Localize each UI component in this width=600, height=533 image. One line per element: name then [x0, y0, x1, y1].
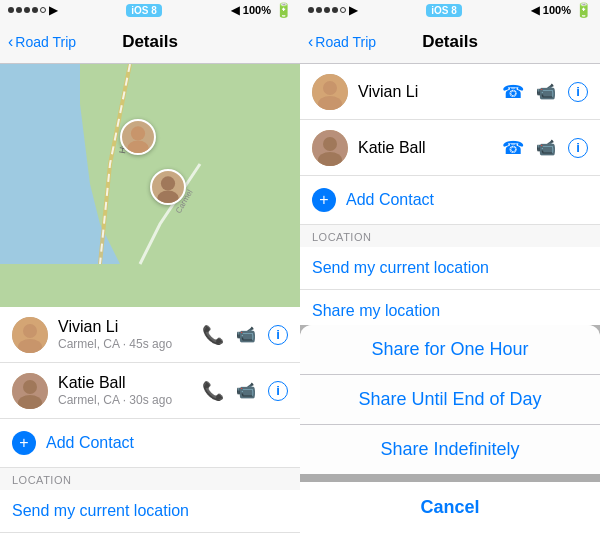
signal-dots-right	[308, 7, 346, 13]
svg-point-9	[23, 324, 37, 338]
action-sheet-item-hour[interactable]: Share for One Hour	[300, 325, 600, 375]
dot-5	[40, 7, 46, 13]
share-location-link-right[interactable]: Share my location	[312, 302, 440, 319]
rdot-1	[308, 7, 314, 13]
left-nav-bar: ‹ Road Trip Details	[0, 20, 300, 64]
send-location-link-right[interactable]: Send my current location	[312, 259, 489, 276]
avatar-katie	[12, 373, 48, 409]
right-contact-info-vivian: Vivian Li	[358, 83, 502, 101]
contact-row-vivian: Vivian Li Carmel, CA · 45s ago 📞 📹 i	[0, 307, 300, 363]
rdot-5	[340, 7, 346, 13]
back-chevron-icon-right: ‹	[308, 33, 313, 51]
signal-dots	[8, 7, 46, 13]
info-icon-vivian[interactable]: i	[268, 325, 288, 345]
right-avatar-katie	[312, 130, 348, 166]
wifi-icon: ▶	[49, 4, 57, 17]
ios-badge-text-right: iOS 8	[426, 4, 462, 17]
status-left: ▶	[8, 4, 57, 17]
action-sheet-item-day[interactable]: Share Until End of Day	[300, 375, 600, 425]
status-right: ◀ 100% 🔋	[231, 2, 292, 18]
right-info-icon-vivian[interactable]: i	[568, 82, 588, 102]
contact-name-vivian: Vivian Li	[58, 318, 202, 336]
add-contact-label-right: Add Contact	[346, 191, 434, 209]
action-sheet: Share for One Hour Share Until End of Da…	[300, 325, 600, 474]
video-icon-katie[interactable]: 📹	[236, 381, 256, 400]
send-location-link-left[interactable]: Send my current location	[12, 502, 189, 519]
rdot-3	[324, 7, 330, 13]
dot-1	[8, 7, 14, 13]
video-icon-vivian[interactable]: 📹	[236, 325, 256, 344]
add-contact-row-right[interactable]: + Add Contact	[300, 176, 600, 225]
action-sheet-item-indefinitely[interactable]: Share Indefinitely	[300, 425, 600, 474]
add-contact-row-left[interactable]: + Add Contact	[0, 419, 300, 468]
contact-actions-vivian: 📞 📹 i	[202, 324, 288, 346]
back-chevron-icon: ‹	[8, 33, 13, 51]
dot-3	[24, 7, 30, 13]
back-label-left: Road Trip	[15, 34, 76, 50]
nav-title-left: Details	[122, 32, 178, 52]
right-phone-icon-katie[interactable]: ☎	[502, 137, 524, 159]
contact-row-katie: Katie Ball Carmel, CA · 30s ago 📞 📹 i	[0, 363, 300, 419]
dot-4	[32, 7, 38, 13]
status-right-right: ◀ 100% 🔋	[531, 2, 592, 18]
location-section-header-left: LOCATION	[0, 468, 300, 490]
svg-point-15	[323, 81, 337, 95]
contact-info-katie: Katie Ball Carmel, CA · 30s ago	[58, 374, 202, 407]
left-contacts-list: Vivian Li Carmel, CA · 45s ago 📞 📹 i Kat…	[0, 307, 300, 419]
map-pin-vivian	[120, 119, 156, 155]
action-sheet-cancel[interactable]: Cancel	[300, 482, 600, 533]
svg-point-18	[323, 137, 337, 151]
phone-icon-vivian[interactable]: 📞	[202, 324, 224, 346]
plus-icon-right: +	[312, 188, 336, 212]
back-button-right[interactable]: ‹ Road Trip	[308, 33, 376, 51]
svg-marker-1	[80, 64, 300, 264]
right-contact-actions-vivian: ☎ 📹 i	[502, 81, 588, 103]
battery-icon-right: 🔋	[575, 2, 592, 18]
svg-point-5	[127, 141, 148, 153]
right-contact-name-katie: Katie Ball	[358, 139, 502, 157]
phone-icon-katie[interactable]: 📞	[202, 380, 224, 402]
battery-text-right: 100%	[543, 4, 571, 16]
status-left-right: ▶	[308, 4, 357, 17]
plus-icon-left: +	[12, 431, 36, 455]
right-contact-name-vivian: Vivian Li	[358, 83, 502, 101]
svg-point-4	[131, 126, 145, 140]
left-panel: ▶ iOS 8 ◀ 100% 🔋 ‹ Road Trip Details	[0, 0, 300, 533]
add-contact-label-left: Add Contact	[46, 434, 134, 452]
dot-2	[16, 7, 22, 13]
info-icon-katie[interactable]: i	[268, 381, 288, 401]
location-arrow: ◀	[231, 4, 239, 17]
back-button-left[interactable]: ‹ Road Trip	[8, 33, 76, 51]
ios-badge-left: iOS 8	[126, 3, 162, 17]
svg-point-7	[157, 191, 178, 203]
rdot-4	[332, 7, 338, 13]
right-contact-row-katie: Katie Ball ☎ 📹 i	[300, 120, 600, 176]
send-location-row-right[interactable]: Send my current location	[300, 247, 600, 290]
ios-badge-right: iOS 8	[426, 3, 462, 17]
right-contact-row-vivian: Vivian Li ☎ 📹 i	[300, 64, 600, 120]
right-nav-bar: ‹ Road Trip Details	[300, 20, 600, 64]
right-phone-icon-vivian[interactable]: ☎	[502, 81, 524, 103]
right-contact-actions-katie: ☎ 📹 i	[502, 137, 588, 159]
avatar-vivian	[12, 317, 48, 353]
nav-title-right: Details	[422, 32, 478, 52]
right-video-icon-vivian[interactable]: 📹	[536, 82, 556, 101]
contact-actions-katie: 📞 📹 i	[202, 380, 288, 402]
action-sheet-overlay: Share for One Hour Share Until End of Da…	[300, 325, 600, 533]
right-panel: ▶ iOS 8 ◀ 100% 🔋 ‹ Road Trip Details Viv…	[300, 0, 600, 533]
right-contact-info-katie: Katie Ball	[358, 139, 502, 157]
right-status-bar: ▶ iOS 8 ◀ 100% 🔋	[300, 0, 600, 20]
right-avatar-vivian	[312, 74, 348, 110]
ios-badge-text: iOS 8	[126, 4, 162, 17]
contact-name-katie: Katie Ball	[58, 374, 202, 392]
location-section-header-right: LOCATION	[300, 225, 600, 247]
wifi-icon-right: ▶	[349, 4, 357, 17]
map-area: Hwy Carmel	[0, 64, 300, 307]
right-video-icon-katie[interactable]: 📹	[536, 138, 556, 157]
location-row-left[interactable]: Send my current location	[0, 490, 300, 533]
svg-point-6	[161, 176, 175, 190]
right-info-icon-katie[interactable]: i	[568, 138, 588, 158]
battery-text: 100%	[243, 4, 271, 16]
battery-icon: 🔋	[275, 2, 292, 18]
contact-info-vivian: Vivian Li Carmel, CA · 45s ago	[58, 318, 202, 351]
